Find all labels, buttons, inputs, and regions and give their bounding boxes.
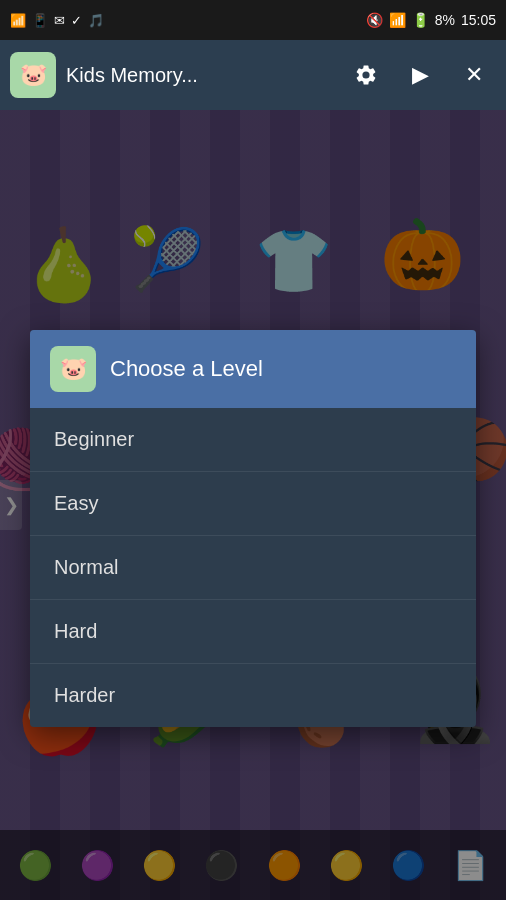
dialog-icon: 🐷 bbox=[50, 346, 96, 392]
dialog-title: Choose a Level bbox=[110, 356, 263, 382]
app-title: Kids Memory... bbox=[66, 64, 334, 87]
dialog-header: 🐷 Choose a Level bbox=[30, 330, 476, 408]
app-bar: 🐷 Kids Memory... ▶ ✕ bbox=[0, 40, 506, 110]
main-content: 🍐 🎾 👕 🎃 🧶 🏀 ❯ 🍎 🌽 🍗 🥷 🟢 🟣 🟡 ⚫ 🟠 🟡 🔵 📄 🐷 … bbox=[0, 110, 506, 900]
battery-icon: 🔋 bbox=[412, 12, 429, 28]
level-hard[interactable]: Hard bbox=[30, 600, 476, 664]
app-icon-1: 📱 bbox=[32, 13, 48, 28]
music-icon: 🎵 bbox=[88, 13, 104, 28]
wifi-icon: 📶 bbox=[389, 12, 406, 28]
battery-level: 8% bbox=[435, 12, 455, 28]
notification-icon: ✉ bbox=[54, 13, 65, 28]
level-beginner[interactable]: Beginner bbox=[30, 408, 476, 472]
status-left-icons: 📶 📱 ✉ ✓ 🎵 bbox=[10, 13, 104, 28]
check-icon: ✓ bbox=[71, 13, 82, 28]
app-logo: 🐷 bbox=[10, 52, 56, 98]
play-button[interactable]: ▶ bbox=[398, 53, 442, 97]
clock: 15:05 bbox=[461, 12, 496, 28]
level-harder[interactable]: Harder bbox=[30, 664, 476, 727]
level-easy[interactable]: Easy bbox=[30, 472, 476, 536]
status-right-info: 🔇 📶 🔋 8% 15:05 bbox=[366, 12, 496, 28]
mute-icon: 🔇 bbox=[366, 12, 383, 28]
signal-icon: 📶 bbox=[10, 13, 26, 28]
level-normal[interactable]: Normal bbox=[30, 536, 476, 600]
status-bar: 📶 📱 ✉ ✓ 🎵 🔇 📶 🔋 8% 15:05 bbox=[0, 0, 506, 40]
close-button[interactable]: ✕ bbox=[452, 53, 496, 97]
settings-button[interactable] bbox=[344, 53, 388, 97]
level-dialog: 🐷 Choose a Level Beginner Easy Normal Ha… bbox=[30, 330, 476, 727]
